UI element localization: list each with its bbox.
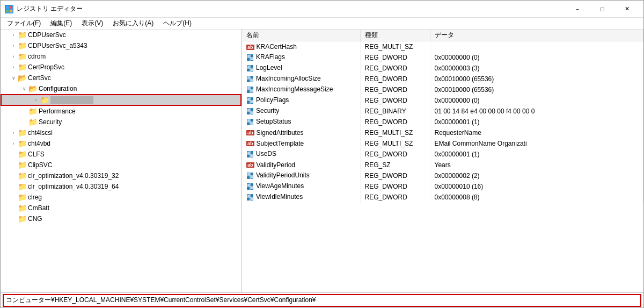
expand-btn[interactable]: › — [9, 128, 18, 137]
table-row[interactable]: ViewIdleMinutesREG_DWORD0x00000008 (8) — [242, 192, 643, 203]
expand-btn[interactable]: › — [9, 31, 18, 39]
reg-name-cell: Security — [242, 106, 360, 117]
table-row[interactable]: abValidityPeriodREG_SZYears — [242, 160, 643, 170]
reg-data-cell: 01 00 14 84 e4 00 00 00 f4 00 00 0 — [430, 106, 643, 117]
svg-rect-2 — [6, 10, 9, 12]
maximize-button[interactable]: □ — [590, 1, 614, 18]
table-row[interactable]: MaxIncomingAllocSizeREG_DWORD0x00010000 … — [242, 74, 643, 84]
table-row[interactable]: abKRACertHashREG_MULTI_SZ — [242, 41, 643, 52]
tree-node-cng[interactable]: 📁 CNG — [1, 213, 241, 224]
folder-icon: 📁 — [18, 41, 26, 50]
table-row[interactable]: UseDSREG_DWORD0x00000001 (1) — [242, 149, 643, 160]
reg-data-cell: RequesterName — [430, 127, 643, 138]
reg-name: KRACertHash — [257, 43, 297, 51]
expand-btn[interactable]: › — [9, 41, 18, 50]
reg-type-cell: REG_DWORD — [360, 84, 430, 95]
close-button[interactable]: ✕ — [614, 1, 639, 18]
minimize-button[interactable]: − — [565, 1, 590, 18]
tree-node-performance[interactable]: 📁 Performance — [1, 106, 241, 117]
folder-icon: 📁 — [18, 193, 26, 202]
expand-btn[interactable]: ∨ — [20, 84, 28, 93]
reg-name-cell: SetupStatus — [242, 117, 360, 127]
table-row[interactable]: MaxIncomingMessageSizeREG_DWORD0x0001000… — [242, 84, 643, 95]
svg-rect-42 — [247, 152, 250, 154]
table-row[interactable]: abSubjectTemplateREG_MULTI_SZEMail Commo… — [242, 138, 643, 149]
reg-data-cell: 0x00000001 (1) — [430, 149, 643, 160]
folder-icon: 📁 — [18, 52, 26, 61]
tree-node-cht4iscsi[interactable]: › 📁 cht4iscsi — [1, 127, 241, 138]
expand-btn[interactable]: › — [9, 139, 18, 148]
reg-name: SignedAttributes — [257, 129, 304, 137]
tree-node-highlighted[interactable]: › 📁 — [1, 94, 241, 106]
reg-dword-icon — [246, 194, 254, 201]
table-row[interactable]: abSignedAttributesREG_MULTI_SZRequesterN… — [242, 127, 643, 138]
table-row[interactable]: ViewAgeMinutesREG_DWORD0x00000010 (16) — [242, 181, 643, 192]
tree-node-clipsvc[interactable]: 📁 ClipSVC — [1, 160, 241, 170]
node-label: cht4vbd — [28, 140, 50, 147]
col-data: データ — [430, 30, 643, 41]
tree-node-cdpusersvc-a5343[interactable]: › 📁 CDPUserSvc_a5343 — [1, 40, 241, 51]
node-label: CDPUserSvc — [28, 31, 66, 39]
reg-name: MaxIncomingAllocSize — [256, 75, 321, 82]
folder-icon: 📁 — [40, 96, 49, 104]
tree-node-configuration[interactable]: ∨ 📂 Configuration — [1, 83, 241, 94]
tree-node-security[interactable]: 📁 Security — [1, 117, 241, 127]
tree-node-clr32[interactable]: 📁 clr_optimization_v4.0.30319_32 — [1, 170, 241, 181]
folder-icon: 📁 — [18, 150, 26, 159]
folder-icon: 📁 — [18, 128, 26, 137]
node-label: clr_optimization_v4.0.30319_32 — [28, 172, 119, 180]
tree-node-clreg[interactable]: 📁 clreg — [1, 192, 241, 203]
folder-icon: 📁 — [18, 204, 26, 212]
tree-node-clfs[interactable]: 📁 CLFS — [1, 149, 241, 160]
reg-data-cell: 0x00000002 (2) — [430, 170, 643, 181]
menu-view[interactable]: 表示(V) — [77, 18, 107, 29]
svg-rect-52 — [247, 184, 250, 186]
reg-name: LogLevel — [256, 64, 282, 71]
svg-rect-3 — [10, 10, 12, 12]
menu-favorites[interactable]: お気に入り(A) — [108, 18, 158, 29]
table-row[interactable]: LogLevelREG_DWORD0x00000003 (3) — [242, 63, 643, 74]
tree-node-certsvc[interactable]: ∨ 📂 CertSvc — [1, 73, 241, 83]
reg-type-cell: REG_DWORD — [360, 181, 430, 192]
menu-file[interactable]: ファイル(F) — [3, 18, 45, 29]
tree-node-cdpusersvc[interactable]: › 📁 CDPUserSvc — [1, 30, 241, 40]
table-row[interactable]: PolicyFlagsREG_DWORD0x00000000 (0) — [242, 95, 643, 106]
menu-help[interactable]: ヘルプ(H) — [159, 18, 196, 29]
expand-btn[interactable]: › — [32, 96, 40, 104]
expand-btn[interactable]: › — [9, 63, 18, 71]
status-path-box: コンピューター¥HKEY_LOCAL_MACHINE¥SYSTEM¥Curren… — [3, 294, 641, 307]
folder-icon: 📁 — [28, 107, 37, 116]
table-row[interactable]: SetupStatusREG_DWORD0x00000001 (1) — [242, 117, 643, 127]
reg-name: ViewAgeMinutes — [256, 182, 304, 190]
values-pane[interactable]: 名前 種類 データ abKRACertHashREG_MULTI_SZ KRAF… — [242, 30, 643, 292]
reg-name: MaxIncomingMessageSize — [256, 85, 333, 93]
expand-btn[interactable]: › — [9, 52, 18, 61]
tree-node-certpropsvc[interactable]: › 📁 CertPropSvc — [1, 62, 241, 73]
svg-rect-47 — [247, 173, 250, 175]
node-label: Performance — [39, 108, 76, 115]
reg-name-cell: LogLevel — [242, 63, 360, 74]
status-bar: コンピューター¥HKEY_LOCAL_MACHINE¥SYSTEM¥Curren… — [1, 292, 643, 307]
menu-bar: ファイル(F) 編集(E) 表示(V) お気に入り(A) ヘルプ(H) — [1, 18, 643, 30]
reg-name: UseDS — [256, 150, 276, 157]
tree-node-clr64[interactable]: 📁 clr_optimization_v4.0.30319_64 — [1, 181, 241, 192]
reg-name-cell: MaxIncomingAllocSize — [242, 74, 360, 84]
reg-dword-icon — [246, 172, 254, 180]
table-row[interactable]: KRAFlagsREG_DWORD0x00000000 (0) — [242, 52, 643, 63]
menu-edit[interactable]: 編集(E) — [46, 18, 76, 29]
node-label: CDPUserSvc_a5343 — [28, 42, 87, 49]
table-row[interactable]: SecurityREG_BINARY01 00 14 84 e4 00 00 0… — [242, 106, 643, 117]
node-label-security: Security — [39, 118, 62, 126]
reg-name-cell: PolicyFlags — [242, 95, 360, 106]
reg-name-cell: abKRACertHash — [242, 41, 360, 52]
reg-type-cell: REG_BINARY — [360, 106, 430, 117]
tree-node-cht4vbd[interactable]: › 📁 cht4vbd — [1, 138, 241, 149]
main-content: › 📁 CDPUserSvc › 📁 CDPUserSvc_a5343 › 📁 … — [1, 30, 643, 292]
table-row[interactable]: ValidityPeriodUnitsREG_DWORD0x00000002 (… — [242, 170, 643, 181]
tree-node-cmbatt[interactable]: 📁 CmBatt — [1, 203, 241, 213]
tree-pane[interactable]: › 📁 CDPUserSvc › 📁 CDPUserSvc_a5343 › 📁 … — [1, 30, 242, 292]
svg-rect-58 — [251, 198, 253, 200]
tree-node-cdrom[interactable]: › 📁 cdrom — [1, 51, 241, 62]
expand-btn[interactable]: ∨ — [9, 74, 18, 82]
reg-name-cell: MaxIncomingMessageSize — [242, 84, 360, 95]
